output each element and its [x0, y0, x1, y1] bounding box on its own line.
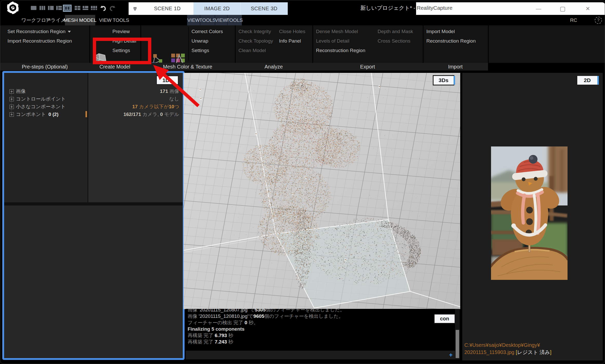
tree-item-label: 画像 — [16, 88, 26, 95]
ribbon-item[interactable]: Cross Sections — [378, 36, 413, 46]
expand-icon[interactable] — [9, 89, 14, 94]
ribbon-item[interactable]: Correct Colors — [191, 27, 223, 36]
view-badge-2d[interactable]: 2D — [577, 76, 597, 85]
badge-accent-bar — [597, 76, 599, 85]
menu-tools-2[interactable]: TOOLS — [200, 15, 215, 25]
ribbon-collapse-box[interactable] — [129, 2, 141, 15]
layout-single-view-icon[interactable] — [31, 6, 37, 10]
tree-item-label: コントロールポイント — [16, 96, 66, 102]
reality-capture-logo[interactable] — [4, 1, 21, 15]
ribbon-item[interactable]: Set Reconstruction Region — [7, 27, 72, 36]
tree-item[interactable]: コンポネント 0 (2) — [4, 111, 88, 118]
layout-grid-3x3-icon[interactable] — [91, 6, 97, 10]
menu-tools-3[interactable]: TOOLS — [227, 15, 242, 25]
stat-value: 171 画像 — [88, 87, 183, 95]
console-line: 画像 '20201115_120807.jpg' で5305個のフィーチャーを検… — [188, 309, 345, 313]
panel-2d[interactable]: 2D — [462, 73, 603, 360]
layout-grid-2x2-icon[interactable] — [74, 6, 81, 10]
console-command-bar[interactable]: + — [186, 351, 455, 359]
ribbon-item[interactable]: Reconstruction Region — [316, 46, 365, 55]
reality-capture-window: SCENE 1D IMAGE 2D SCENE 3D 新しいプロジェクト* - … — [0, 0, 605, 364]
close-button[interactable]: ✕ — [580, 2, 596, 15]
tree-item-label: コンポネント — [16, 111, 46, 118]
ribbon-item[interactable]: Preview — [112, 27, 136, 36]
ribbon-item[interactable]: Check Integrity — [238, 27, 273, 36]
help-icon[interactable]: ? — [592, 15, 604, 25]
tab-scene-1d[interactable]: SCENE 1D — [141, 2, 193, 15]
console-line: 画像 '20201115_120810.jpg'で9605個のフィーチャーを検出… — [188, 313, 345, 319]
view-badge-1ds[interactable]: 1Ds — [157, 76, 178, 84]
layout-split-rows-icon[interactable] — [56, 6, 62, 10]
ribbon-section-labels: Pre-steps (Optional) Create Model Mesh C… — [0, 63, 488, 71]
layout-two-columns-icon[interactable] — [48, 6, 54, 10]
console-line: フィーチャーの検出 完了 0 秒。 — [188, 319, 345, 326]
view-badge-3ds[interactable]: 3Ds — [434, 76, 454, 85]
menu-mesh-model[interactable]: MESH MODEL — [65, 15, 95, 25]
ribbon-toolbar: Set Reconstruction RegionImport Reconstr… — [0, 25, 605, 63]
ribbon-item[interactable]: Settings — [112, 46, 136, 55]
ribbon-item[interactable]: Levels of Detail — [316, 36, 365, 46]
layout-top-heavy-icon[interactable] — [82, 6, 89, 10]
gingerbread-photo[interactable] — [491, 146, 568, 280]
section-label-import: Import — [423, 63, 488, 71]
export-column-2: Depth and MaskCross Sections — [378, 27, 413, 46]
analyze-column-1: Check IntegrityCheck TopologyClean Model — [238, 27, 273, 55]
panel-1ds[interactable]: 画像 コントロールポイント 小さなコンポーネント — [2, 71, 185, 360]
expand-icon[interactable] — [9, 105, 14, 109]
ribbon-item[interactable]: Check Topology — [238, 36, 273, 46]
component-warning-tick — [85, 111, 87, 117]
tree-item-count: 0 (2) — [49, 112, 59, 117]
console-tab-badge[interactable]: con — [435, 314, 455, 323]
viewport-3d-canvas[interactable] — [184, 73, 460, 309]
add-command-button[interactable]: + — [449, 352, 453, 359]
console-line: 再構築 完了 6.793 秒 — [188, 332, 345, 339]
menu-view-3[interactable]: VIEW — [215, 15, 227, 25]
analyze-column-2: Close HolesInfo Panel — [279, 27, 305, 46]
redo-icon[interactable] — [109, 5, 116, 11]
tree-item[interactable]: コントロールポイント — [4, 95, 88, 103]
layout-main-side-icon[interactable] — [64, 6, 71, 11]
ribbon-inner-divider — [188, 27, 189, 61]
maximize-button[interactable]: ▢ — [555, 2, 571, 15]
ribbon-item[interactable]: Import Model — [426, 27, 476, 36]
console-log[interactable]: 画像 '20201115_120807.jpg' で5305個のフィーチャーを検… — [186, 309, 455, 349]
ribbon-item[interactable]: Close Holes — [279, 27, 305, 36]
image-path-label[interactable]: C:¥Users¥saijo¥Desktop¥Gingy¥ 20201115_1… — [464, 341, 551, 356]
undo-icon[interactable] — [100, 5, 107, 11]
expand-icon[interactable] — [9, 97, 14, 101]
ribbon-item[interactable]: Clean Model — [238, 46, 273, 55]
mesh-color-column: Correct ColorsUnwrapSettings — [191, 27, 223, 55]
tree-item[interactable]: 小さなコンポーネント — [4, 103, 88, 111]
console-scroll-thumb[interactable] — [456, 330, 459, 358]
minimize-button[interactable]: — — [531, 2, 546, 15]
ribbon-item[interactable]: Reconstruction Region — [426, 36, 476, 46]
ribbon-item[interactable]: Dense Mesh Model — [316, 27, 365, 36]
empty-subview[interactable] — [4, 205, 183, 358]
ribbon-item[interactable]: Import Reconstruction Region — [7, 36, 72, 46]
ribbon-item[interactable]: Info Panel — [279, 36, 305, 46]
badge-accent-bar — [454, 76, 455, 85]
badge-label: 2D — [584, 77, 591, 83]
ribbon-item[interactable]: High Detail — [112, 36, 136, 46]
menu-tools-1[interactable]: TOOLS — [110, 15, 132, 25]
ribbon-item[interactable]: Depth and Mask — [378, 27, 413, 36]
tree-item[interactable]: 画像 — [4, 87, 88, 95]
layout-three-columns-icon[interactable] — [39, 6, 45, 10]
section-label-mesh-color: Mesh Color & Texture — [140, 63, 235, 71]
scene-stats: 171 画像なし17 カメラ以下が10つ162/171 カメラ, 0 モデル — [88, 73, 183, 202]
rc-version-label: RC — [568, 15, 580, 25]
console-line: Finalizing 5 components — [188, 326, 345, 332]
tab-image-2d[interactable]: IMAGE 2D — [193, 2, 241, 15]
section-divider — [488, 25, 489, 71]
ribbon-collapse-icon — [133, 7, 137, 11]
ribbon-item[interactable]: Settings — [191, 46, 223, 55]
console-scrollbar[interactable] — [455, 309, 460, 359]
viewport-3d[interactable]: 3Ds — [184, 73, 460, 309]
tab-scene-3d[interactable]: SCENE 3D — [240, 2, 288, 15]
console-line: 再構築 完了 7.243 秒 — [188, 339, 345, 345]
expand-icon[interactable] — [9, 112, 14, 117]
image-path-line1: C:¥Users¥saijo¥Desktop¥Gingy¥ — [464, 341, 551, 349]
stat-value: 17 カメラ以下が10つ — [88, 103, 183, 111]
ribbon-item[interactable]: Unwrap — [191, 36, 223, 46]
menu-view-2[interactable]: VIEW — [187, 15, 200, 25]
